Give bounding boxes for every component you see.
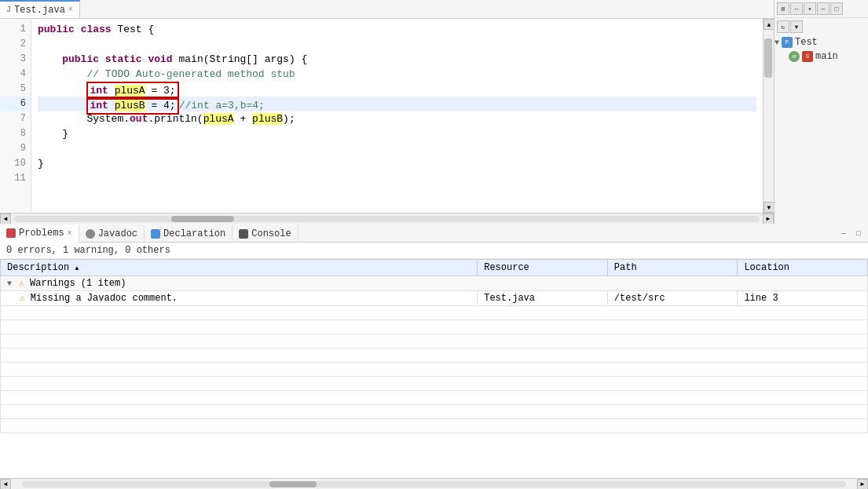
scroll-thumb[interactable] [764, 38, 772, 78]
tree-arrow: ▼ [775, 38, 779, 47]
maximize-button[interactable]: □ [830, 2, 843, 15]
warning-icon: ⚠ [20, 294, 25, 303]
code-line-5: int plusA = 3; [38, 82, 756, 97]
bottom-h-thumb[interactable] [269, 481, 317, 487]
expand-icon[interactable]: ▼ [7, 279, 12, 288]
project-tree: ▼ P Test m S main [775, 35, 868, 224]
line-num-3: 3 [0, 52, 31, 67]
line-num-5: 5 [0, 82, 31, 97]
scroll-left-button[interactable]: ◀ [0, 213, 11, 224]
editor-area: J Test.java × 1 2 3 4 5 6 7 8 9 10 11 pu… [0, 0, 868, 224]
empty-row-2 [1, 320, 868, 334]
problems-content: 0 errors, 1 warning, 0 others Descriptio… [0, 243, 868, 478]
problems-icon [6, 228, 16, 238]
code-line-8: } [38, 126, 756, 141]
java-file-icon: J [6, 5, 11, 14]
minimize-bottom-button[interactable]: ─ [837, 228, 850, 240]
code-line-2 [38, 37, 756, 52]
maximize-bottom-button[interactable]: □ [852, 228, 865, 240]
declaration-icon [151, 229, 160, 239]
collapse-all-button[interactable]: ⊞ [777, 2, 789, 15]
col-location-label: Location [744, 262, 789, 273]
filter-button[interactable]: ▼ [790, 20, 803, 33]
link-with-editor-button[interactable]: ↔ [790, 2, 803, 15]
code-h-scrollbar[interactable]: ◀ ▶ [0, 213, 774, 224]
col-location[interactable]: Location [738, 260, 868, 276]
scroll-down-button[interactable]: ▼ [764, 202, 774, 213]
tab-problems-close[interactable]: × [68, 229, 72, 238]
bottom-scroll-right[interactable]: ▶ [857, 479, 868, 490]
code-line-4: // TODO Auto-generated method stub [38, 67, 756, 82]
tab-problems-label: Problems [19, 228, 64, 239]
code-line-7: System.out.println(plusA + plusB); [38, 111, 756, 126]
tab-declaration-label: Declaration [163, 228, 225, 239]
line-num-8: 8 [0, 126, 31, 141]
empty-row-8 [1, 405, 868, 419]
sort-icon: ▲ [75, 265, 79, 272]
scroll-up-button[interactable]: ▲ [764, 19, 774, 30]
editor-tab-testjava[interactable]: J Test.java × [0, 0, 80, 18]
editor-left: J Test.java × 1 2 3 4 5 6 7 8 9 10 11 pu… [0, 0, 774, 224]
line-num-6: 6 [0, 97, 31, 111]
col-description-label: Description [7, 262, 69, 273]
tree-project-label: Test [795, 37, 818, 48]
vertical-scrollbar[interactable]: ▲ ▼ [763, 19, 774, 213]
right-toolbar-row2: ↻ ▼ [775, 18, 868, 35]
warning-location-cell: line 3 [738, 291, 868, 306]
code-line-6: int plusB = 4;//int a=3,b=4; [38, 97, 756, 111]
project-icon: P [782, 37, 793, 48]
code-text-area[interactable]: public class Test { public static void m… [31, 19, 763, 213]
tree-method-label: main [815, 51, 838, 62]
group-cell: ▼ ⚠ Warnings (1 item) [1, 276, 868, 291]
sync-button[interactable]: ↻ [777, 20, 789, 33]
line-num-11: 11 [0, 171, 31, 186]
col-resource-label: Resource [484, 262, 529, 273]
bottom-h-scrollbar[interactable]: ◀ ▶ [0, 478, 868, 489]
bottom-h-track[interactable] [22, 481, 846, 487]
tab-javadoc[interactable]: Javadoc [79, 225, 145, 242]
code-line-9 [38, 141, 756, 156]
right-panel: ⊞ ↔ ▾ ─ □ ↻ ▼ ▼ P Test m S main [774, 0, 868, 224]
code-line-11 [38, 171, 756, 186]
empty-row-1 [1, 306, 868, 320]
col-resource[interactable]: Resource [478, 260, 608, 276]
code-line-3: public static void main(String[] args) { [38, 52, 756, 67]
line-num-7: 7 [0, 111, 31, 126]
empty-row-7 [1, 391, 868, 405]
bottom-panel: Problems × Javadoc Declaration Console ─… [0, 224, 868, 489]
tab-close-button[interactable]: × [68, 5, 73, 14]
line-num-9: 9 [0, 141, 31, 156]
line-numbers: 1 2 3 4 5 6 7 8 9 10 11 [0, 19, 31, 213]
tree-node-test[interactable]: ▼ P Test [775, 35, 868, 49]
code-editor: 1 2 3 4 5 6 7 8 9 10 11 public class Tes… [0, 19, 774, 213]
empty-row-9 [1, 419, 868, 433]
h-scroll-track[interactable] [14, 216, 760, 222]
tab-console-label: Console [251, 228, 291, 239]
table-row-warning[interactable]: ⚠ Missing a Javadoc comment. Test.java /… [1, 291, 868, 306]
h-scroll-thumb[interactable] [171, 216, 234, 222]
line-num-1: 1 [0, 22, 31, 37]
warning-message: Missing a Javadoc comment. [31, 293, 178, 304]
tree-child-main: m S main [789, 49, 868, 64]
scroll-right-button[interactable]: ▶ [763, 213, 774, 224]
col-description[interactable]: Description ▲ [1, 260, 478, 276]
javadoc-icon [86, 229, 95, 239]
line-num-10: 10 [0, 156, 31, 171]
bottom-panel-controls: ─ □ [837, 225, 868, 242]
warning-path-cell: /test/src [607, 291, 738, 306]
console-icon [239, 229, 248, 239]
col-path[interactable]: Path [607, 260, 738, 276]
tab-console[interactable]: Console [233, 225, 298, 242]
bottom-scroll-left[interactable]: ◀ [0, 479, 11, 490]
bottom-tab-bar: Problems × Javadoc Declaration Console ─… [0, 224, 868, 243]
tab-problems[interactable]: Problems × [0, 225, 79, 243]
minimize-button[interactable]: ─ [817, 2, 830, 15]
col-path-label: Path [614, 262, 637, 273]
tab-bar: J Test.java × [0, 0, 774, 19]
warning-resource-cell: Test.java [478, 291, 608, 306]
warning-group-icon: ⚠ [19, 279, 24, 288]
tab-javadoc-label: Javadoc [98, 228, 137, 239]
tab-declaration[interactable]: Declaration [145, 225, 233, 242]
view-menu-button[interactable]: ▾ [804, 2, 816, 15]
tree-node-main[interactable]: m S main [789, 49, 868, 64]
